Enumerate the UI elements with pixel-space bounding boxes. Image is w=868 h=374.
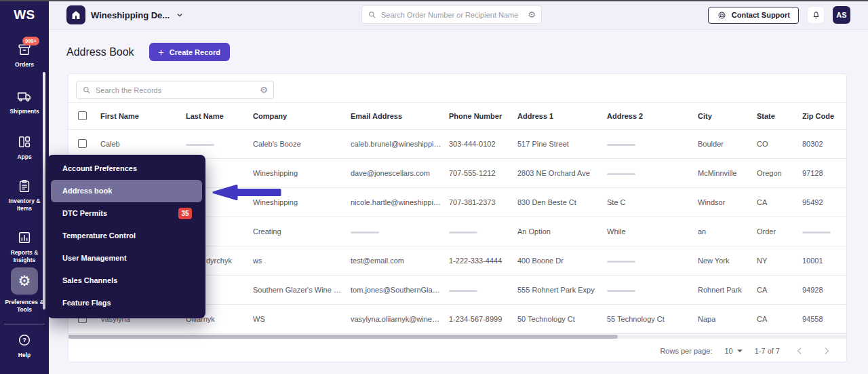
cell-city: Rohnert Park: [698, 286, 757, 294]
records-filter-icon[interactable]: ⚙: [260, 86, 268, 94]
home-icon: [66, 5, 85, 24]
cell-address2: 55 Technology Ct: [607, 315, 698, 323]
cell-address1: 830 Den Beste Ct: [517, 198, 607, 206]
ws-logo: WS: [0, 0, 49, 30]
sidebar-item-help[interactable]: ? Help: [0, 333, 49, 359]
cell-address1: 400 Boone Dr: [517, 257, 607, 265]
cell-address2: [607, 169, 698, 177]
cell-city: New York: [698, 257, 757, 265]
cell-address1: An Option: [517, 227, 607, 236]
cell-zip: 80302: [802, 140, 846, 148]
cell-address1: 517 Pine Street: [517, 140, 607, 148]
sidebar-scrollbar[interactable]: [43, 72, 45, 310]
menu-item-label: Address book: [62, 187, 112, 195]
menu-item-address-book[interactable]: Address book: [51, 180, 202, 202]
cell-city: Windsor: [698, 198, 757, 206]
sidebar-item-inventory[interactable]: Inventory & Items: [0, 179, 49, 212]
cell-phone: 1-234-567-8999: [449, 315, 517, 323]
cell-address1: 2803 NE Orchard Ave: [517, 169, 607, 177]
empty-dash: [802, 231, 831, 233]
chart-icon: [17, 230, 32, 245]
cell-phone: 707-381-2373: [449, 198, 517, 206]
column-header[interactable]: City: [698, 112, 757, 120]
sidebar-item-reports[interactable]: Reports & Insights: [0, 230, 49, 264]
avatar[interactable]: AS: [833, 6, 850, 24]
next-page-button[interactable]: [819, 343, 834, 358]
dtc-permits-badge: 35: [178, 208, 192, 219]
select-all-checkbox[interactable]: [78, 111, 87, 120]
cell-company: ws: [253, 257, 351, 265]
menu-item-feature-flags[interactable]: Feature Flags: [47, 292, 205, 314]
records-search: ⚙: [76, 81, 274, 99]
org-name: Wineshipping De...: [91, 10, 170, 20]
orders-count-badge: 999+: [22, 37, 39, 45]
column-header[interactable]: Email Address: [351, 112, 449, 120]
sidebar: WS Orders 999+ Shipments Apps Inventory …: [0, 0, 49, 374]
menu-item-label: Feature Flags: [62, 299, 111, 307]
cell-zip: 94928: [802, 286, 846, 294]
table-footer: Rows per page: 10 1-7 of 7: [68, 339, 846, 362]
bell-icon: [811, 10, 821, 20]
cell-email: dave@jonescellars.com: [351, 169, 449, 177]
sidebar-item-shipments[interactable]: Shipments: [0, 89, 49, 115]
search-settings-icon[interactable]: ⚙: [528, 10, 536, 19]
column-header[interactable]: Company: [253, 112, 351, 120]
notifications-button[interactable]: [807, 6, 825, 24]
org-switcher[interactable]: Wineshipping De...: [66, 5, 184, 24]
global-search-input[interactable]: [381, 11, 524, 19]
contact-support-button[interactable]: Contact Support: [708, 7, 799, 24]
cell-phone: 1-222-333-4444: [449, 257, 517, 265]
chevron-down-icon: [175, 10, 184, 20]
column-header[interactable]: First Name: [100, 112, 186, 120]
cell-city: McMinnville: [698, 169, 757, 177]
sidebar-item-orders[interactable]: Orders 999+: [0, 42, 49, 69]
menu-item-label: User Management: [62, 254, 127, 262]
records-search-input[interactable]: [96, 86, 256, 94]
menu-item-user-management[interactable]: User Management: [47, 247, 205, 269]
sidebar-item-preferences[interactable]: ⚙ Preferences & Tools: [0, 267, 49, 314]
create-record-label: Create Record: [170, 48, 220, 56]
cell-company: Caleb's Booze: [253, 140, 351, 148]
cell-city: Napa: [698, 315, 757, 323]
row-checkbox[interactable]: [78, 139, 87, 148]
clipboard-icon: [17, 179, 32, 193]
column-header[interactable]: Zip Code: [802, 112, 846, 120]
previous-page-button[interactable]: [792, 343, 807, 358]
menu-item-label: Account Preferences: [62, 164, 137, 172]
column-header[interactable]: Phone Number: [449, 112, 517, 120]
cell-email: caleb.brunel@wineshipping.com: [351, 140, 449, 148]
menu-item-label: DTC Permits: [62, 209, 107, 217]
menu-item-label: Sales Channels: [62, 276, 117, 284]
sidebar-item-label: Apps: [17, 153, 31, 161]
cell-company: WS: [253, 315, 351, 323]
column-header[interactable]: Last Name: [186, 112, 253, 120]
menu-item-account-preferences[interactable]: Account Preferences: [47, 157, 205, 180]
cell-address2: [607, 286, 698, 294]
rows-per-page-select[interactable]: 10: [724, 347, 742, 355]
menu-item-dtc-permits[interactable]: DTC Permits35: [47, 202, 205, 225]
cell-state: CA: [757, 286, 802, 294]
sidebar-item-label: Shipments: [9, 108, 39, 115]
menu-item-temperature-control[interactable]: Temperature Control: [47, 225, 205, 247]
sidebar-item-apps[interactable]: Apps: [0, 134, 49, 161]
search-icon: [368, 10, 377, 20]
cell-email: test@email.com: [351, 257, 449, 265]
cell-zip: 10001: [802, 257, 846, 265]
plus-icon: +: [159, 47, 164, 58]
cell-email: nicole.hartle@wineshipping.com: [351, 198, 449, 206]
column-header[interactable]: Address 1: [517, 112, 607, 120]
empty-dash: [607, 144, 635, 146]
menu-item-sales-channels[interactable]: Sales Channels: [47, 269, 205, 292]
contact-support-label: Contact Support: [732, 11, 790, 19]
cell-address2: [607, 140, 698, 148]
search-icon: [82, 86, 92, 95]
apps-icon: [17, 134, 32, 149]
create-record-button[interactable]: + Create Record: [149, 43, 230, 61]
column-header[interactable]: Address 2: [607, 112, 698, 120]
cell-address2: Ste C: [607, 198, 698, 206]
chevron-left-icon: [794, 345, 805, 356]
active-item-highlight: ⚙: [11, 267, 38, 295]
topbar: Wineshipping De... ⚙ Contact Support AS: [49, 0, 868, 30]
column-header[interactable]: State: [757, 112, 802, 120]
empty-dash: [607, 290, 635, 292]
